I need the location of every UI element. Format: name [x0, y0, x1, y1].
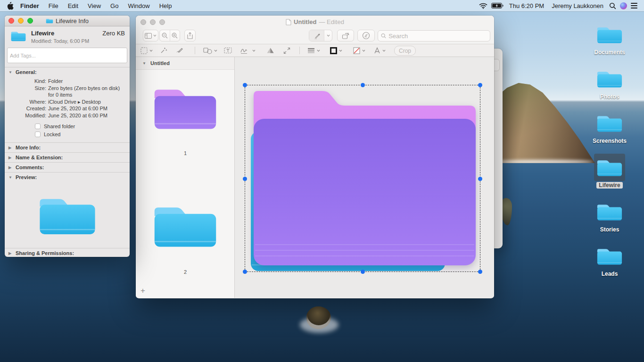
preview-titlebar[interactable]: Untitled — Edited: [136, 16, 494, 28]
desktop-icon-photos[interactable]: Photos: [591, 65, 628, 109]
preview-window: Untitled — Edited: [136, 16, 494, 298]
adjust-size-button[interactable]: [283, 44, 290, 57]
menu-user[interactable]: Jeremy Laukkonen: [550, 2, 605, 9]
wifi-icon[interactable]: [479, 3, 487, 9]
locked-checkbox-row[interactable]: Locked: [35, 131, 126, 138]
sidebar-section-header[interactable]: ▼ Untitled: [136, 57, 234, 70]
toolbar-divider: [195, 47, 195, 54]
share-icon: [187, 32, 193, 39]
resize-handle-e[interactable]: [478, 177, 482, 181]
selection-tool-button[interactable]: [140, 44, 153, 57]
section-label: Sharing & Permissions:: [16, 250, 74, 256]
row-value: Folder: [48, 78, 126, 85]
sign-button[interactable]: [240, 44, 256, 57]
chevron-down-icon: [382, 49, 386, 52]
search-field[interactable]: [378, 30, 490, 41]
menu-finder[interactable]: Finder: [16, 2, 44, 9]
add-page-button[interactable]: +: [140, 288, 145, 294]
shared-folder-checkbox-row[interactable]: Shared folder: [35, 123, 126, 130]
desktop-icon-leads[interactable]: Leads: [591, 242, 628, 287]
section-preview[interactable]: ▼ Preview:: [5, 173, 130, 182]
resize-handle-s[interactable]: [361, 270, 365, 274]
page-thumbnail-1[interactable]: [151, 81, 219, 134]
instant-alpha-button[interactable]: [160, 44, 167, 57]
fill-color-button[interactable]: [353, 44, 365, 57]
text-style-button[interactable]: [374, 44, 386, 57]
window-title-suffix: — Edited: [319, 18, 344, 25]
desktop-icon-lifewire[interactable]: Lifewire: [591, 154, 628, 198]
file-name: Lifewire: [31, 30, 54, 37]
sketch-button[interactable]: [176, 44, 183, 57]
section-sharing-permissions[interactable]: ▶ Sharing & Permissions:: [5, 248, 130, 257]
resize-handle-se[interactable]: [478, 270, 482, 274]
notification-center-icon[interactable]: [631, 3, 637, 8]
info-titlebar[interactable]: Lifewire Info: [5, 16, 130, 26]
adjust-color-button[interactable]: [266, 44, 274, 57]
sidebar-view-button[interactable]: [143, 30, 158, 41]
info-row-kind: Kind: Folder: [5, 78, 126, 85]
menu-edit[interactable]: Edit: [63, 2, 83, 9]
highlight-button[interactable]: [309, 30, 324, 41]
selection-marquee[interactable]: [245, 85, 480, 272]
resize-handle-sw[interactable]: [243, 270, 247, 274]
crop-button[interactable]: Crop: [394, 46, 416, 56]
menu-window[interactable]: Window: [123, 2, 154, 9]
spotlight-search-icon[interactable]: [609, 2, 616, 9]
resize-handle-ne[interactable]: [478, 83, 482, 87]
checkbox-unchecked[interactable]: [35, 132, 41, 137]
text-tool-button[interactable]: [224, 44, 232, 57]
menu-view[interactable]: View: [83, 2, 106, 9]
desktop-icon-label: Lifewire: [596, 182, 622, 189]
line-weight-icon: [307, 48, 315, 54]
preview-canvas[interactable]: [235, 57, 494, 298]
row-label: Modified:: [5, 112, 48, 119]
folder-icon: [596, 201, 623, 222]
chevron-down-icon: [252, 49, 256, 52]
siri-icon[interactable]: [620, 2, 627, 9]
menu-file[interactable]: File: [44, 2, 63, 9]
search-input[interactable]: [388, 33, 487, 40]
section-label: General:: [16, 69, 37, 75]
rotate-button[interactable]: [337, 30, 354, 41]
zoom-out-button[interactable]: [160, 30, 170, 41]
markup-toolbar-toggle-button[interactable]: [357, 30, 375, 41]
border-color-button[interactable]: [330, 44, 342, 57]
folder-icon: [10, 30, 26, 42]
share-button[interactable]: [184, 30, 196, 41]
section-name-extension[interactable]: ▶ Name & Extension:: [5, 153, 130, 162]
general-rows: Kind: Folder Size: Zero bytes (Zero byte…: [5, 77, 130, 142]
shapes-button[interactable]: [203, 44, 217, 57]
tags-input[interactable]: [7, 48, 127, 63]
menu-help[interactable]: Help: [155, 2, 177, 9]
zoom-in-button[interactable]: [170, 30, 180, 41]
menu-go[interactable]: Go: [106, 2, 123, 9]
section-more-info[interactable]: ▶ More Info:: [5, 143, 130, 152]
desktop-icons: Documents Photos Screenshots Lifewire St…: [591, 21, 628, 287]
checkbox-unchecked[interactable]: [35, 123, 41, 129]
menu-clock[interactable]: Thu 6:20 PM: [507, 2, 546, 9]
shape-style-button[interactable]: [307, 44, 320, 57]
chevron-down-icon: [214, 49, 217, 52]
desktop: Finder File Edit View Go Window Help: [0, 0, 644, 362]
section-label: More Info:: [16, 145, 41, 150]
window-title: Untitled: [294, 18, 316, 25]
section-comments[interactable]: ▶ Comments:: [5, 163, 130, 172]
info-row-where: Where: iCloud Drive ▸ Desktop: [5, 99, 126, 106]
folder-preview-icon: [37, 191, 98, 239]
resize-handle-n[interactable]: [361, 83, 365, 87]
page-number: 1: [151, 150, 219, 156]
section-general[interactable]: ▼ General:: [5, 67, 130, 77]
sidebar-icon: [145, 33, 152, 39]
resize-handle-w[interactable]: [243, 177, 247, 181]
resize-handle-nw[interactable]: [243, 83, 247, 87]
row-value: Zero bytes (Zero bytes on disk) for 0 it…: [48, 85, 126, 99]
battery-charging-icon[interactable]: [491, 3, 504, 8]
page-thumbnail-2[interactable]: [151, 199, 219, 252]
desktop-icon-documents[interactable]: Documents: [591, 21, 628, 65]
desktop-icon-screenshots[interactable]: Screenshots: [591, 109, 628, 154]
chevron-down-icon: [317, 49, 320, 52]
desktop-icon-stories[interactable]: Stories: [591, 198, 628, 242]
apple-menu-icon[interactable]: [7, 2, 14, 10]
highlight-dropdown[interactable]: [324, 30, 332, 41]
row-label: Created:: [5, 105, 48, 112]
